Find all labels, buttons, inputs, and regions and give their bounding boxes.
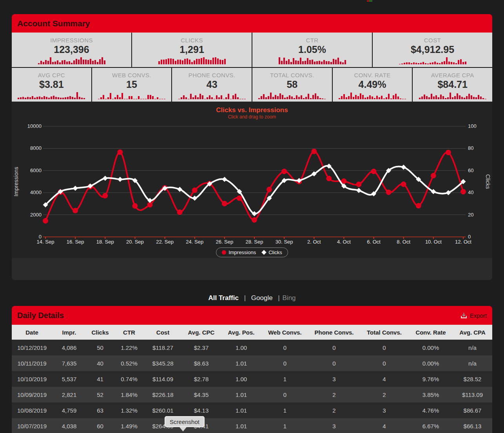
column-header-ctr[interactable]: CTR [114, 325, 144, 340]
cell-date: 10/08/2019 [12, 402, 52, 418]
cell-avg-cpc: $2.37 [181, 340, 221, 355]
cell-cost: $226.18 [144, 387, 181, 402]
kpi-value: 43 [207, 79, 218, 90]
cell-total-convs: 2 [360, 387, 409, 402]
cell-ctr: 1.84% [114, 387, 144, 402]
cell-conv-rate: 3.85% [409, 387, 453, 402]
column-header-clicks[interactable]: Clicks [86, 325, 114, 340]
data-point-clicks[interactable] [103, 176, 108, 181]
data-point-impressions[interactable] [102, 193, 108, 198]
data-point-clicks[interactable] [118, 177, 123, 182]
data-point-clicks[interactable] [446, 190, 451, 195]
chart-subtitle: Click and drag to zoom [12, 114, 492, 121]
export-label: Export [470, 312, 487, 319]
data-point-clicks[interactable] [192, 196, 197, 201]
cell-cost: $345.28 [144, 355, 181, 371]
tab-bing[interactable]: Bing [283, 294, 296, 302]
tab-all-traffic[interactable]: All Traffic [208, 294, 238, 302]
cell-avg-pos: 1.01 [221, 387, 261, 402]
table-row: 10/11/20197,635400.52%$345.28$8.631.0100… [12, 355, 492, 371]
data-point-impressions[interactable] [177, 209, 183, 215]
data-point-impressions[interactable] [401, 182, 406, 187]
kpi-card-cost: COST$4,912.95 [373, 33, 492, 67]
kpi-sparkline [339, 91, 406, 99]
kpi-sparkline [98, 91, 165, 99]
svg-text:100: 100 [468, 123, 477, 129]
kpi-label: CLICKS [181, 37, 203, 44]
table-header-row: DateImpr.ClicksCTRCostAvg. CPCAvg. Pos.W… [12, 325, 492, 340]
data-point-clicks[interactable] [401, 165, 406, 170]
svg-text:12. Oct: 12. Oct [455, 239, 471, 245]
table-row: 10/08/20194,759631.32%$260.01$4.131.0112… [12, 402, 492, 418]
cell-ctr: 1.22% [114, 340, 144, 355]
cell-web-convs: 1 [261, 418, 308, 433]
kpi-card-conv-rate: CONV. RATE4.49% [333, 68, 413, 102]
cell-conv-rate: 0.00% [409, 340, 453, 355]
column-header-impr[interactable]: Impr. [52, 325, 86, 340]
data-point-impressions[interactable] [267, 187, 272, 192]
cell-web-convs: 0 [261, 355, 308, 371]
cell-total-convs: 4 [360, 418, 409, 433]
svg-text:6. Oct: 6. Oct [367, 239, 381, 245]
column-header-total-convs[interactable]: Total Convs. [360, 325, 409, 340]
svg-text:8. Oct: 8. Oct [397, 239, 410, 245]
data-point-clicks[interactable] [73, 186, 78, 191]
data-point-impressions[interactable] [73, 208, 78, 213]
svg-text:30. Sep: 30. Sep [276, 239, 293, 245]
table-row: 10/09/20192,821521.84%$226.18$4.351.0102… [12, 387, 492, 402]
cell-avg-cpa: n/a [453, 340, 492, 355]
data-point-impressions[interactable] [386, 189, 392, 195]
data-point-impressions[interactable] [460, 189, 466, 195]
data-point-impressions[interactable] [356, 182, 362, 187]
data-point-impressions[interactable] [371, 169, 377, 174]
export-button[interactable]: Export [460, 312, 487, 319]
column-header-phone-convs[interactable]: Phone Convs. [308, 325, 360, 340]
data-point-impressions[interactable] [326, 176, 332, 181]
column-header-conv-rate[interactable]: Conv. Rate [409, 325, 453, 340]
cell-avg-pos: 1.01 [221, 418, 261, 433]
data-point-clicks[interactable] [222, 177, 227, 182]
cell-conv-rate: 4.76% [409, 402, 453, 418]
column-header-avg-cpa[interactable]: Avg. CPA [453, 325, 492, 340]
kpi-label: PHONE CONVS. [189, 72, 236, 78]
column-header-cost[interactable]: Cost [144, 325, 181, 340]
kpi-value: 123,396 [54, 44, 89, 55]
table-row: 10/10/20195,537410.74%$114.09$2.781.0013… [12, 371, 492, 387]
kpi-label: WEB CONVS. [112, 72, 151, 78]
column-header-web-convs[interactable]: Web Convs. [261, 325, 308, 340]
data-point-impressions[interactable] [311, 149, 317, 154]
data-point-impressions[interactable] [281, 169, 287, 174]
chart-plot-area[interactable]: 0200040006000800010000020406080100Impres… [12, 121, 492, 247]
download-icon [460, 312, 467, 319]
data-point-impressions[interactable] [252, 217, 257, 223]
kpi-card-impressions: IMPRESSIONS123,396 [12, 33, 132, 67]
tab-google[interactable]: Google [251, 294, 273, 302]
data-point-impressions[interactable] [416, 203, 421, 208]
cell-clicks: 50 [86, 340, 114, 355]
data-point-impressions[interactable] [446, 150, 451, 155]
cell-phone-convs: 2 [308, 402, 360, 418]
kpi-card-clicks: CLICKS1,291 [132, 33, 252, 67]
data-point-impressions[interactable] [222, 201, 227, 206]
legend-item-impressions[interactable]: Impressions [222, 249, 256, 255]
data-point-impressions[interactable] [132, 203, 138, 209]
cell-clicks: 41 [86, 371, 114, 387]
column-header-date[interactable]: Date [12, 325, 52, 340]
data-point-impressions[interactable] [43, 218, 48, 224]
column-header-avg-pos[interactable]: Avg. Pos. [221, 325, 261, 340]
cell-ctr: 1.49% [114, 418, 144, 433]
legend-item-clicks[interactable]: Clicks [262, 249, 282, 255]
data-point-impressions[interactable] [237, 195, 242, 201]
account-summary-title: Account Summary [17, 19, 90, 28]
cell-clicks: 60 [86, 418, 114, 433]
cell-conv-rate: 9.76% [409, 371, 453, 387]
data-point-clicks[interactable] [356, 188, 361, 193]
legend-label-impressions: Impressions [228, 249, 256, 255]
column-header-avg-cpc[interactable]: Avg. CPC [181, 325, 221, 340]
kpi-row-1: IMPRESSIONS123,396CLICKS1,291CTR1.05%COS… [12, 33, 492, 68]
data-point-impressions[interactable] [117, 149, 123, 155]
daily-details-title: Daily Details [17, 311, 64, 320]
data-point-impressions[interactable] [431, 173, 436, 178]
data-point-impressions[interactable] [192, 187, 198, 193]
cell-cost: $114.09 [144, 371, 181, 387]
